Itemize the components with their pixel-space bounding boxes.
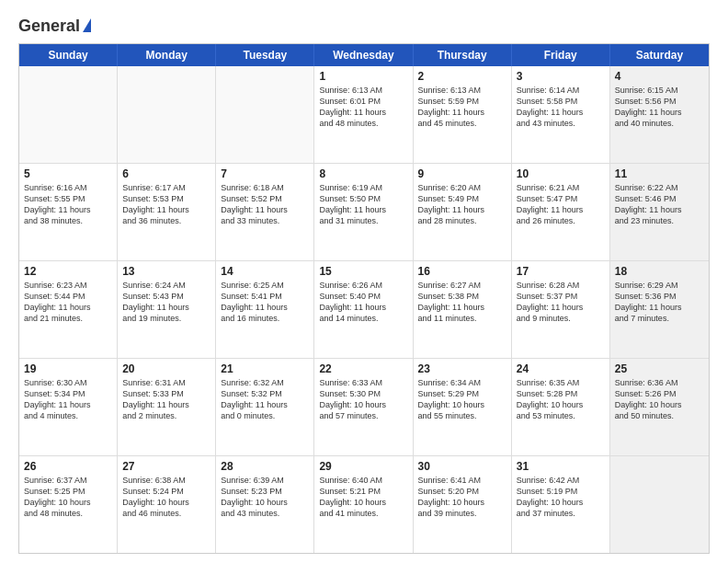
calendar-cell-row3-col6: 17Sunrise: 6:28 AM Sunset: 5:37 PM Dayli… [512,261,610,358]
calendar-cell-row2-col2: 6Sunrise: 6:17 AM Sunset: 5:53 PM Daylig… [118,164,216,260]
day-number: 15 [319,265,407,278]
calendar-cell-row1-col4: 1Sunrise: 6:13 AM Sunset: 6:01 PM Daylig… [314,66,413,163]
day-number: 22 [319,362,407,375]
calendar-cell-row5-col6: 31Sunrise: 6:42 AM Sunset: 5:19 PM Dayli… [512,456,610,553]
day-info: Sunrise: 6:37 AM Sunset: 5:25 PM Dayligh… [24,475,112,520]
day-number: 29 [319,460,407,473]
day-number: 18 [615,265,704,278]
calendar-cell-row5-col1: 26Sunrise: 6:37 AM Sunset: 5:25 PM Dayli… [19,456,118,553]
logo-general-text: General [18,17,80,36]
calendar-cell-row5-col4: 29Sunrise: 6:40 AM Sunset: 5:21 PM Dayli… [314,456,413,553]
calendar-cell-row1-col1 [19,66,118,163]
day-number: 14 [221,265,309,278]
day-number: 7 [221,167,309,180]
weekday-header-thursday: Thursday [414,44,512,66]
calendar-cell-row2-col1: 5Sunrise: 6:16 AM Sunset: 5:55 PM Daylig… [19,164,118,260]
day-info: Sunrise: 6:23 AM Sunset: 5:44 PM Dayligh… [24,280,112,325]
day-info: Sunrise: 6:26 AM Sunset: 5:40 PM Dayligh… [319,280,407,325]
day-number: 30 [418,460,506,473]
calendar-cell-row5-col7 [610,456,709,553]
day-number: 21 [221,362,309,375]
weekday-header-sunday: Sunday [19,44,118,66]
day-number: 25 [615,362,704,375]
calendar-cell-row4-col5: 23Sunrise: 6:34 AM Sunset: 5:29 PM Dayli… [414,359,512,455]
calendar-cell-row3-col3: 14Sunrise: 6:25 AM Sunset: 5:41 PM Dayli… [216,261,314,358]
calendar-cell-row2-col5: 9Sunrise: 6:20 AM Sunset: 5:49 PM Daylig… [414,164,512,260]
day-number: 5 [24,167,112,180]
logo: General [18,17,91,34]
day-info: Sunrise: 6:21 AM Sunset: 5:47 PM Dayligh… [517,182,605,227]
calendar-cell-row1-col7: 4Sunrise: 6:15 AM Sunset: 5:56 PM Daylig… [610,66,709,163]
calendar-cell-row3-col4: 15Sunrise: 6:26 AM Sunset: 5:40 PM Dayli… [314,261,413,358]
day-number: 17 [517,265,605,278]
day-info: Sunrise: 6:25 AM Sunset: 5:41 PM Dayligh… [221,280,309,325]
day-number: 31 [517,460,605,473]
calendar-header: SundayMondayTuesdayWednesdayThursdayFrid… [19,44,709,66]
day-info: Sunrise: 6:31 AM Sunset: 5:33 PM Dayligh… [122,377,210,422]
day-info: Sunrise: 6:16 AM Sunset: 5:55 PM Dayligh… [24,182,112,227]
page-container: General SundayMondayTuesdayWednesdayThur… [0,0,728,563]
day-number: 6 [122,167,210,180]
day-info: Sunrise: 6:18 AM Sunset: 5:52 PM Dayligh… [221,182,309,227]
day-info: Sunrise: 6:27 AM Sunset: 5:38 PM Dayligh… [418,280,506,325]
calendar-row-5: 26Sunrise: 6:37 AM Sunset: 5:25 PM Dayli… [19,456,709,553]
day-number: 19 [24,362,112,375]
calendar-cell-row1-col2 [118,66,216,163]
day-info: Sunrise: 6:40 AM Sunset: 5:21 PM Dayligh… [319,475,407,520]
calendar-cell-row3-col2: 13Sunrise: 6:24 AM Sunset: 5:43 PM Dayli… [118,261,216,358]
day-info: Sunrise: 6:41 AM Sunset: 5:20 PM Dayligh… [418,475,506,520]
calendar-cell-row3-col5: 16Sunrise: 6:27 AM Sunset: 5:38 PM Dayli… [414,261,512,358]
day-info: Sunrise: 6:42 AM Sunset: 5:19 PM Dayligh… [517,475,605,520]
day-info: Sunrise: 6:17 AM Sunset: 5:53 PM Dayligh… [122,182,210,227]
day-info: Sunrise: 6:29 AM Sunset: 5:36 PM Dayligh… [615,280,704,325]
logo-triangle-icon [83,18,91,32]
day-number: 27 [122,460,210,473]
calendar-cell-row4-col2: 20Sunrise: 6:31 AM Sunset: 5:33 PM Dayli… [118,359,216,455]
calendar-row-1: 1Sunrise: 6:13 AM Sunset: 6:01 PM Daylig… [19,66,709,164]
calendar-cell-row4-col1: 19Sunrise: 6:30 AM Sunset: 5:34 PM Dayli… [19,359,118,455]
calendar-cell-row4-col6: 24Sunrise: 6:35 AM Sunset: 5:28 PM Dayli… [512,359,610,455]
day-info: Sunrise: 6:14 AM Sunset: 5:58 PM Dayligh… [517,85,605,130]
day-info: Sunrise: 6:13 AM Sunset: 5:59 PM Dayligh… [418,85,506,130]
calendar-row-3: 12Sunrise: 6:23 AM Sunset: 5:44 PM Dayli… [19,261,709,359]
day-number: 10 [517,167,605,180]
day-number: 8 [319,167,407,180]
day-info: Sunrise: 6:19 AM Sunset: 5:50 PM Dayligh… [319,182,407,227]
calendar-body: 1Sunrise: 6:13 AM Sunset: 6:01 PM Daylig… [19,66,709,553]
weekday-header-monday: Monday [118,44,216,66]
day-info: Sunrise: 6:33 AM Sunset: 5:30 PM Dayligh… [319,377,407,422]
weekday-header-friday: Friday [512,44,610,66]
calendar-cell-row4-col4: 22Sunrise: 6:33 AM Sunset: 5:30 PM Dayli… [314,359,413,455]
calendar-cell-row2-col6: 10Sunrise: 6:21 AM Sunset: 5:47 PM Dayli… [512,164,610,260]
calendar-cell-row2-col4: 8Sunrise: 6:19 AM Sunset: 5:50 PM Daylig… [314,164,413,260]
day-number: 9 [418,167,506,180]
day-number: 3 [517,70,605,83]
day-info: Sunrise: 6:38 AM Sunset: 5:24 PM Dayligh… [122,475,210,520]
day-info: Sunrise: 6:13 AM Sunset: 6:01 PM Dayligh… [319,85,407,130]
day-info: Sunrise: 6:36 AM Sunset: 5:26 PM Dayligh… [615,377,704,422]
day-info: Sunrise: 6:35 AM Sunset: 5:28 PM Dayligh… [517,377,605,422]
calendar-cell-row5-col5: 30Sunrise: 6:41 AM Sunset: 5:20 PM Dayli… [414,456,512,553]
day-info: Sunrise: 6:24 AM Sunset: 5:43 PM Dayligh… [122,280,210,325]
day-info: Sunrise: 6:28 AM Sunset: 5:37 PM Dayligh… [517,280,605,325]
calendar-cell-row3-col7: 18Sunrise: 6:29 AM Sunset: 5:36 PM Dayli… [610,261,709,358]
day-info: Sunrise: 6:22 AM Sunset: 5:46 PM Dayligh… [615,182,704,227]
calendar-cell-row1-col3 [216,66,314,163]
day-number: 12 [24,265,112,278]
calendar-cell-row4-col7: 25Sunrise: 6:36 AM Sunset: 5:26 PM Dayli… [610,359,709,455]
day-number: 24 [517,362,605,375]
day-info: Sunrise: 6:30 AM Sunset: 5:34 PM Dayligh… [24,377,112,422]
calendar-cell-row5-col3: 28Sunrise: 6:39 AM Sunset: 5:23 PM Dayli… [216,456,314,553]
calendar-cell-row4-col3: 21Sunrise: 6:32 AM Sunset: 5:32 PM Dayli… [216,359,314,455]
day-number: 23 [418,362,506,375]
day-number: 13 [122,265,210,278]
calendar-row-4: 19Sunrise: 6:30 AM Sunset: 5:34 PM Dayli… [19,359,709,456]
calendar-row-2: 5Sunrise: 6:16 AM Sunset: 5:55 PM Daylig… [19,164,709,261]
day-number: 4 [615,70,704,83]
calendar-cell-row5-col2: 27Sunrise: 6:38 AM Sunset: 5:24 PM Dayli… [118,456,216,553]
day-number: 1 [319,70,407,83]
day-info: Sunrise: 6:20 AM Sunset: 5:49 PM Dayligh… [418,182,506,227]
day-info: Sunrise: 6:39 AM Sunset: 5:23 PM Dayligh… [221,475,309,520]
calendar: SundayMondayTuesdayWednesdayThursdayFrid… [18,43,710,554]
calendar-cell-row3-col1: 12Sunrise: 6:23 AM Sunset: 5:44 PM Dayli… [19,261,118,358]
